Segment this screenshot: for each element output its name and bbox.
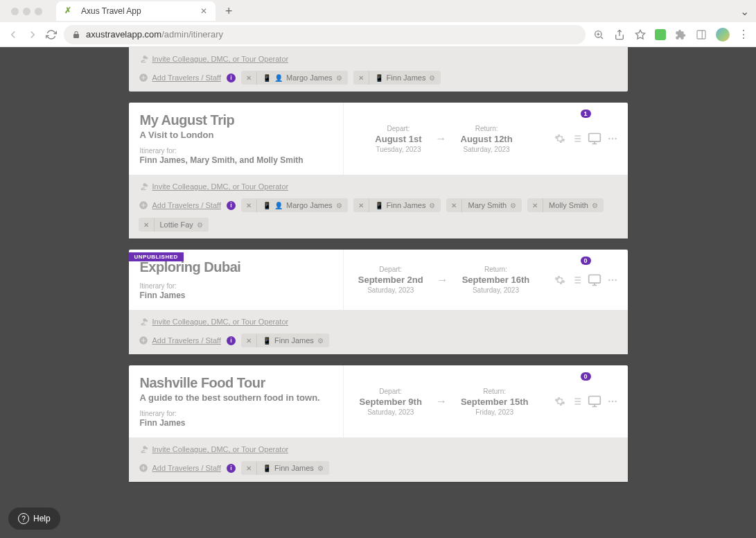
tab-favicon: ✗	[64, 6, 76, 17]
svg-point-5	[611, 138, 613, 140]
profile-avatar[interactable]	[716, 28, 730, 42]
itinerary-main[interactable]: My August Trip A Visit to London Itinera…	[129, 103, 344, 175]
depart-label: Depart:	[375, 125, 421, 132]
browser-menu-icon[interactable]: ⋮	[738, 28, 749, 41]
monitor-icon[interactable]	[588, 132, 601, 146]
back-button[interactable]	[7, 28, 19, 41]
list-icon[interactable]	[571, 396, 582, 407]
chip-name: Lottie Fay	[160, 220, 193, 229]
url-bar[interactable]: axustravelapp.com/admin/itinerary	[64, 25, 586, 44]
depart-label: Depart:	[358, 266, 423, 273]
gear-icon[interactable]: ⚙	[317, 465, 324, 472]
invite-link[interactable]: Invite Colleague, DMC, or Tour Operator	[139, 317, 289, 327]
traveler-chip: ✕ 📱Finn James⚙	[353, 198, 441, 212]
more-icon[interactable]	[607, 275, 618, 286]
zoom-icon[interactable]	[592, 28, 605, 41]
itinerary-card: Nashville Food Tour A guide to the best …	[129, 365, 628, 482]
browser-tab[interactable]: ✗ Axus Travel App ✕	[56, 1, 216, 21]
plus-circle-icon	[139, 73, 148, 83]
window-maximize[interactable]	[35, 8, 42, 15]
info-icon[interactable]: i	[227, 336, 236, 345]
phone-icon: 📱	[263, 465, 271, 472]
list-icon[interactable]	[571, 275, 582, 286]
gear-icon[interactable]: ⚙	[429, 74, 435, 82]
add-travelers-link[interactable]: Add Travelers / Staff	[139, 336, 221, 345]
gear-icon[interactable]	[554, 133, 565, 144]
add-travelers-link[interactable]: Add Travelers / Staff	[139, 200, 221, 210]
gear-icon[interactable]	[554, 275, 565, 286]
info-icon[interactable]: i	[227, 73, 236, 83]
chip-remove-icon[interactable]: ✕	[527, 199, 543, 212]
chip-remove-icon[interactable]: ✕	[446, 199, 462, 212]
add-travelers-link[interactable]: Add Travelers / Staff	[139, 73, 221, 83]
help-widget[interactable]: ? Help	[8, 507, 60, 530]
share-icon[interactable]	[613, 28, 626, 41]
depart-day: Saturday, 2023	[360, 408, 422, 416]
chip-remove-icon[interactable]: ✕	[241, 334, 257, 347]
chip-name: Mary Smith	[468, 201, 507, 209]
tab-close-icon[interactable]: ✕	[200, 6, 207, 16]
forward-button[interactable]	[26, 28, 39, 41]
gear-icon[interactable]: ⚙	[197, 221, 203, 229]
svg-point-16	[615, 401, 617, 403]
itinerary-subtitle: A Visit to London	[140, 130, 332, 140]
extension-panel-icon[interactable]	[695, 28, 707, 41]
window-minimize[interactable]	[23, 8, 30, 15]
chip-remove-icon[interactable]: ✕	[353, 199, 369, 212]
traveler-chip: ✕ 📱👤Margo James⚙	[241, 198, 348, 212]
gear-icon[interactable]	[554, 396, 565, 407]
lock-icon	[72, 31, 80, 39]
extension-green-icon[interactable]	[655, 29, 666, 40]
itinerary-main[interactable]: Nashville Food Tour A guide to the best …	[129, 365, 344, 437]
user-plus-icon	[139, 182, 148, 191]
invite-link[interactable]: Invite Colleague, DMC, or Tour Operator	[139, 54, 289, 64]
chip-remove-icon[interactable]: ✕	[139, 218, 155, 232]
bookmark-icon[interactable]	[634, 28, 647, 41]
chip-remove-icon[interactable]: ✕	[241, 199, 257, 212]
gear-icon[interactable]: ⚙	[317, 337, 324, 345]
add-travelers-link[interactable]: Add Travelers / Staff	[139, 463, 221, 473]
chip-name: Margo James	[286, 201, 333, 209]
svg-point-11	[615, 279, 617, 281]
chip-remove-icon[interactable]: ✕	[353, 71, 369, 85]
monitor-icon[interactable]	[588, 273, 601, 287]
itinerary-for-label: Itinerary for:	[140, 147, 332, 155]
svg-rect-8	[588, 275, 600, 283]
itinerary-dates: Depart: September 2nd Saturday, 2023 → R…	[344, 250, 545, 310]
depart-date: August 1st	[375, 134, 421, 144]
gear-icon[interactable]: ⚙	[336, 202, 342, 209]
itinerary-footer: Invite Colleague, DMC, or Tour Operator …	[129, 437, 628, 482]
itinerary-footer: Invite Colleague, DMC, or Tour Operator …	[129, 310, 628, 354]
extension-puzzle-icon[interactable]	[674, 28, 687, 41]
gear-icon[interactable]: ⚙	[592, 202, 598, 209]
gear-icon[interactable]: ⚙	[429, 202, 435, 209]
tab-overflow-icon[interactable]: ⌄	[740, 5, 749, 18]
itinerary-for: Finn James	[140, 290, 332, 300]
more-icon[interactable]	[607, 396, 618, 407]
invite-link[interactable]: Invite Colleague, DMC, or Tour Operator	[139, 182, 289, 191]
chip-remove-icon[interactable]: ✕	[241, 71, 257, 85]
itinerary-card: My August Trip A Visit to London Itinera…	[129, 103, 628, 238]
svg-point-9	[608, 279, 610, 281]
reload-button[interactable]	[46, 29, 57, 40]
invite-link[interactable]: Invite Colleague, DMC, or Tour Operator	[139, 444, 289, 454]
traveler-chip: ✕ 📱Finn James⚙	[241, 461, 329, 475]
new-tab-button[interactable]: +	[225, 4, 233, 19]
list-icon[interactable]	[571, 133, 582, 144]
gear-icon[interactable]: ⚙	[336, 74, 342, 82]
svg-rect-1	[697, 31, 705, 39]
phone-icon: 📱	[375, 202, 383, 209]
itinerary-actions: 1	[545, 103, 628, 175]
window-close[interactable]	[11, 8, 19, 15]
return-date: September 16th	[462, 275, 530, 285]
info-icon[interactable]: i	[227, 464, 236, 473]
gear-icon[interactable]: ⚙	[510, 202, 516, 209]
arrow-icon: →	[436, 395, 447, 408]
chip-remove-icon[interactable]: ✕	[241, 462, 257, 475]
itinerary-card: UNPUBLISHED Exploring Dubai Itinerary fo…	[129, 250, 628, 354]
info-icon[interactable]: i	[227, 201, 236, 210]
phone-icon: 📱	[263, 74, 271, 82]
more-icon[interactable]	[607, 133, 618, 144]
chip-name: Finn James	[387, 73, 426, 82]
monitor-icon[interactable]	[588, 394, 601, 408]
